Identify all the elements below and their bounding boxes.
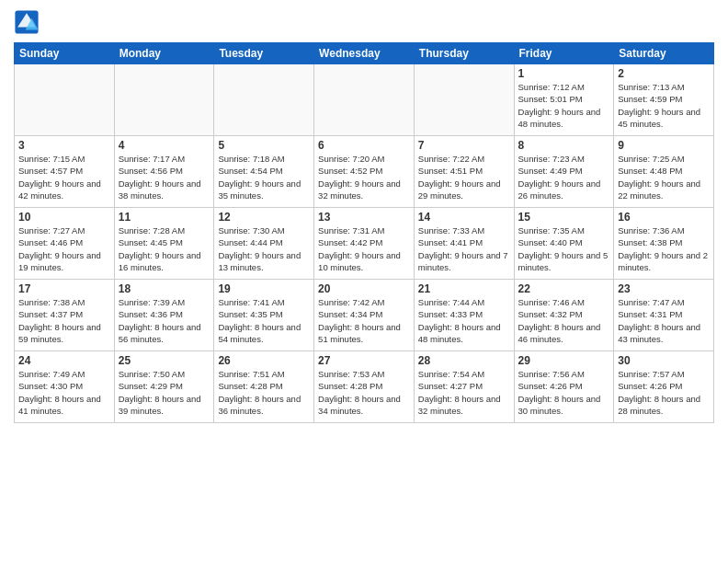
calendar-cell: 11Sunrise: 7:28 AM Sunset: 4:45 PM Dayli… xyxy=(114,208,214,280)
day-number: 18 xyxy=(119,282,210,295)
day-info: Sunrise: 7:22 AM Sunset: 4:51 PM Dayligh… xyxy=(418,153,510,201)
day-number: 24 xyxy=(18,354,110,367)
day-info: Sunrise: 7:57 AM Sunset: 4:26 PM Dayligh… xyxy=(618,368,710,417)
calendar-header-sunday: Sunday xyxy=(15,43,115,64)
day-number: 16 xyxy=(618,211,710,224)
calendar-cell: 23Sunrise: 7:47 AM Sunset: 4:31 PM Dayli… xyxy=(614,280,714,351)
day-info: Sunrise: 7:30 AM Sunset: 4:44 PM Dayligh… xyxy=(218,224,310,273)
day-info: Sunrise: 7:15 AM Sunset: 4:57 PM Dayligh… xyxy=(18,153,110,201)
day-number: 29 xyxy=(518,354,610,367)
day-info: Sunrise: 7:49 AM Sunset: 4:30 PM Dayligh… xyxy=(18,368,110,417)
day-number: 23 xyxy=(618,282,710,295)
day-number: 17 xyxy=(18,282,110,295)
calendar-cell: 16Sunrise: 7:36 AM Sunset: 4:38 PM Dayli… xyxy=(614,208,714,280)
calendar-cell: 22Sunrise: 7:46 AM Sunset: 4:32 PM Dayli… xyxy=(514,280,614,351)
day-info: Sunrise: 7:23 AM Sunset: 4:49 PM Dayligh… xyxy=(518,153,610,201)
calendar-cell: 2Sunrise: 7:13 AM Sunset: 4:59 PM Daylig… xyxy=(614,64,714,136)
calendar-week-3: 10Sunrise: 7:27 AM Sunset: 4:46 PM Dayli… xyxy=(15,208,714,280)
day-number: 14 xyxy=(418,211,510,224)
calendar-week-5: 24Sunrise: 7:49 AM Sunset: 4:30 PM Dayli… xyxy=(15,351,714,423)
calendar-table: SundayMondayTuesdayWednesdayThursdayFrid… xyxy=(14,42,714,423)
header xyxy=(14,9,714,35)
day-info: Sunrise: 7:53 AM Sunset: 4:28 PM Dayligh… xyxy=(318,368,410,417)
day-info: Sunrise: 7:44 AM Sunset: 4:33 PM Dayligh… xyxy=(418,296,510,345)
day-number: 20 xyxy=(318,282,410,295)
main-container: SundayMondayTuesdayWednesdayThursdayFrid… xyxy=(0,0,728,563)
calendar-cell xyxy=(314,64,415,136)
calendar-cell: 1Sunrise: 7:12 AM Sunset: 5:01 PM Daylig… xyxy=(514,64,614,136)
calendar-cell: 17Sunrise: 7:38 AM Sunset: 4:37 PM Dayli… xyxy=(15,280,115,351)
calendar-cell: 13Sunrise: 7:31 AM Sunset: 4:42 PM Dayli… xyxy=(314,208,415,280)
day-number: 4 xyxy=(119,139,210,152)
logo xyxy=(14,9,41,35)
day-number: 13 xyxy=(318,211,410,224)
day-number: 1 xyxy=(518,67,610,80)
day-info: Sunrise: 7:41 AM Sunset: 4:35 PM Dayligh… xyxy=(218,296,310,345)
calendar-cell: 26Sunrise: 7:51 AM Sunset: 4:28 PM Dayli… xyxy=(214,351,314,423)
day-info: Sunrise: 7:51 AM Sunset: 4:28 PM Dayligh… xyxy=(218,368,310,417)
calendar-cell: 5Sunrise: 7:18 AM Sunset: 4:54 PM Daylig… xyxy=(214,136,314,208)
calendar-cell xyxy=(214,64,314,136)
day-number: 22 xyxy=(518,282,610,295)
day-info: Sunrise: 7:12 AM Sunset: 5:01 PM Dayligh… xyxy=(518,81,610,130)
calendar-cell: 18Sunrise: 7:39 AM Sunset: 4:36 PM Dayli… xyxy=(114,280,214,351)
day-number: 12 xyxy=(218,211,310,224)
calendar-cell: 21Sunrise: 7:44 AM Sunset: 4:33 PM Dayli… xyxy=(414,280,514,351)
day-info: Sunrise: 7:38 AM Sunset: 4:37 PM Dayligh… xyxy=(18,296,110,345)
day-info: Sunrise: 7:27 AM Sunset: 4:46 PM Dayligh… xyxy=(18,224,110,273)
day-number: 19 xyxy=(218,282,310,295)
calendar-cell: 28Sunrise: 7:54 AM Sunset: 4:27 PM Dayli… xyxy=(414,351,514,423)
calendar-cell: 15Sunrise: 7:35 AM Sunset: 4:40 PM Dayli… xyxy=(514,208,614,280)
calendar-header-thursday: Thursday xyxy=(414,43,514,64)
calendar-cell: 25Sunrise: 7:50 AM Sunset: 4:29 PM Dayli… xyxy=(114,351,214,423)
calendar-cell: 6Sunrise: 7:20 AM Sunset: 4:52 PM Daylig… xyxy=(314,136,415,208)
day-info: Sunrise: 7:20 AM Sunset: 4:52 PM Dayligh… xyxy=(318,153,410,201)
calendar-cell: 30Sunrise: 7:57 AM Sunset: 4:26 PM Dayli… xyxy=(614,351,714,423)
calendar-header-tuesday: Tuesday xyxy=(214,43,314,64)
day-info: Sunrise: 7:50 AM Sunset: 4:29 PM Dayligh… xyxy=(119,368,210,417)
calendar-cell: 29Sunrise: 7:56 AM Sunset: 4:26 PM Dayli… xyxy=(514,351,614,423)
day-number: 28 xyxy=(418,354,510,367)
day-info: Sunrise: 7:54 AM Sunset: 4:27 PM Dayligh… xyxy=(418,368,510,417)
day-info: Sunrise: 7:47 AM Sunset: 4:31 PM Dayligh… xyxy=(618,296,710,345)
day-info: Sunrise: 7:17 AM Sunset: 4:56 PM Dayligh… xyxy=(119,153,210,201)
calendar-cell: 10Sunrise: 7:27 AM Sunset: 4:46 PM Dayli… xyxy=(15,208,115,280)
day-number: 21 xyxy=(418,282,510,295)
day-number: 5 xyxy=(218,139,310,152)
calendar-header-friday: Friday xyxy=(514,43,614,64)
day-info: Sunrise: 7:36 AM Sunset: 4:38 PM Dayligh… xyxy=(618,224,710,273)
day-number: 7 xyxy=(418,139,510,152)
day-info: Sunrise: 7:39 AM Sunset: 4:36 PM Dayligh… xyxy=(119,296,210,345)
calendar-week-4: 17Sunrise: 7:38 AM Sunset: 4:37 PM Dayli… xyxy=(15,280,714,351)
day-info: Sunrise: 7:33 AM Sunset: 4:41 PM Dayligh… xyxy=(418,224,510,273)
day-number: 15 xyxy=(518,211,610,224)
day-number: 10 xyxy=(18,211,110,224)
calendar-week-1: 1Sunrise: 7:12 AM Sunset: 5:01 PM Daylig… xyxy=(15,64,714,136)
day-number: 30 xyxy=(618,354,710,367)
day-info: Sunrise: 7:18 AM Sunset: 4:54 PM Dayligh… xyxy=(218,153,310,201)
calendar-cell: 4Sunrise: 7:17 AM Sunset: 4:56 PM Daylig… xyxy=(114,136,214,208)
calendar-week-2: 3Sunrise: 7:15 AM Sunset: 4:57 PM Daylig… xyxy=(15,136,714,208)
day-info: Sunrise: 7:42 AM Sunset: 4:34 PM Dayligh… xyxy=(318,296,410,345)
day-info: Sunrise: 7:56 AM Sunset: 4:26 PM Dayligh… xyxy=(518,368,610,417)
day-info: Sunrise: 7:25 AM Sunset: 4:48 PM Dayligh… xyxy=(618,153,710,201)
calendar-cell: 20Sunrise: 7:42 AM Sunset: 4:34 PM Dayli… xyxy=(314,280,415,351)
day-number: 6 xyxy=(318,139,410,152)
calendar-header-wednesday: Wednesday xyxy=(314,43,415,64)
day-number: 3 xyxy=(18,139,110,152)
day-number: 25 xyxy=(119,354,210,367)
calendar-cell: 19Sunrise: 7:41 AM Sunset: 4:35 PM Dayli… xyxy=(214,280,314,351)
logo-icon xyxy=(14,9,40,35)
day-info: Sunrise: 7:46 AM Sunset: 4:32 PM Dayligh… xyxy=(518,296,610,345)
calendar-cell xyxy=(15,64,115,136)
calendar-header-row: SundayMondayTuesdayWednesdayThursdayFrid… xyxy=(15,43,714,64)
day-number: 27 xyxy=(318,354,410,367)
day-number: 9 xyxy=(618,139,710,152)
day-number: 2 xyxy=(618,67,710,80)
calendar-header-monday: Monday xyxy=(114,43,214,64)
calendar-cell: 7Sunrise: 7:22 AM Sunset: 4:51 PM Daylig… xyxy=(414,136,514,208)
calendar-cell: 9Sunrise: 7:25 AM Sunset: 4:48 PM Daylig… xyxy=(614,136,714,208)
calendar-cell: 3Sunrise: 7:15 AM Sunset: 4:57 PM Daylig… xyxy=(15,136,115,208)
day-number: 11 xyxy=(119,211,210,224)
calendar-cell: 24Sunrise: 7:49 AM Sunset: 4:30 PM Dayli… xyxy=(15,351,115,423)
